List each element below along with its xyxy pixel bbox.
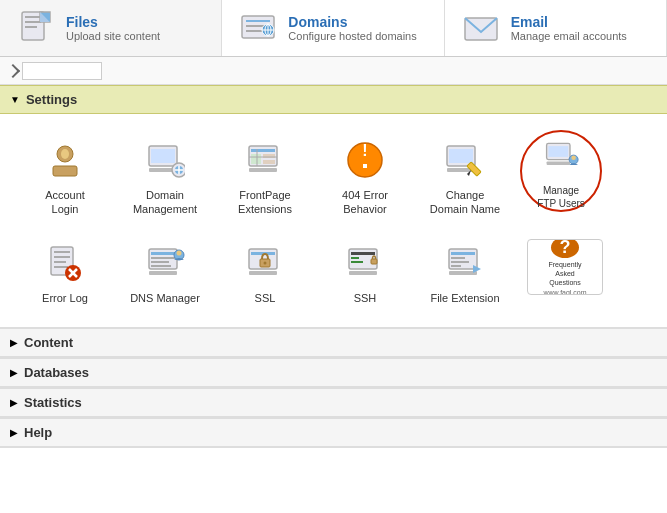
domains-subtitle: Configure hosted domains xyxy=(288,30,416,42)
svg-rect-43 xyxy=(548,146,568,157)
error-log-icon xyxy=(41,239,89,287)
settings-header[interactable]: ▼ Settings xyxy=(0,85,667,114)
databases-header[interactable]: ▶ Databases xyxy=(0,358,667,387)
ssl-label: SSL xyxy=(255,291,276,305)
manage-ftp-users-label: ManageFTP Users xyxy=(537,184,585,210)
svg-rect-60 xyxy=(149,271,177,275)
change-domain-name-icon xyxy=(441,136,489,184)
frontpage-extensions-icon xyxy=(241,136,289,184)
grid-item-file-extension[interactable]: File Extension xyxy=(420,233,510,311)
svg-point-62 xyxy=(177,250,182,255)
content-toggle-arrow: ▶ xyxy=(10,337,18,348)
grid-item-manage-ftp-users[interactable]: ManageFTP Users xyxy=(520,130,602,212)
file-extension-label: File Extension xyxy=(430,291,499,305)
svg-rect-79 xyxy=(449,271,477,275)
404-error-label: 404 ErrorBehavior xyxy=(342,188,388,217)
svg-rect-10 xyxy=(246,30,264,32)
content-section: ▶ Content xyxy=(0,328,667,358)
grid-item-domain-management[interactable]: DomainManagement xyxy=(120,130,210,223)
svg-rect-58 xyxy=(151,261,169,263)
grid-item-error-log[interactable]: Error Log xyxy=(20,233,110,311)
manage-ftp-users-icon xyxy=(537,132,585,180)
grid-item-ssh[interactable]: SSH xyxy=(320,233,410,311)
svg-rect-56 xyxy=(151,252,175,255)
svg-point-67 xyxy=(264,261,267,264)
svg-rect-71 xyxy=(351,261,363,263)
nav-item-files[interactable]: Files Upload site content xyxy=(0,0,222,56)
svg-rect-31 xyxy=(249,168,277,172)
ssl-icon xyxy=(241,239,289,287)
email-icon xyxy=(461,8,501,48)
help-header[interactable]: ▶ Help xyxy=(0,418,667,447)
svg-rect-30 xyxy=(263,160,275,164)
svg-rect-59 xyxy=(151,265,171,267)
nav-item-domains[interactable]: Domains Configure hosted domains xyxy=(222,0,444,56)
svg-rect-28 xyxy=(251,154,261,164)
settings-toggle-arrow: ▼ xyxy=(10,94,20,105)
svg-rect-2 xyxy=(25,21,41,23)
svg-rect-36 xyxy=(363,164,367,168)
scroll-strip xyxy=(0,57,667,85)
statistics-title: Statistics xyxy=(24,395,82,410)
svg-rect-49 xyxy=(54,256,70,258)
statistics-header[interactable]: ▶ Statistics xyxy=(0,388,667,417)
files-title: Files xyxy=(66,14,160,30)
settings-title: Settings xyxy=(26,92,77,107)
grid-item-ssl[interactable]: SSL xyxy=(220,233,310,311)
svg-rect-27 xyxy=(251,149,275,152)
ssh-label: SSH xyxy=(354,291,377,305)
svg-rect-44 xyxy=(547,161,570,165)
statistics-section: ▶ Statistics xyxy=(0,388,667,418)
content-header[interactable]: ▶ Content xyxy=(0,328,667,357)
svg-rect-76 xyxy=(451,257,465,259)
email-title: Email xyxy=(511,14,627,30)
svg-rect-65 xyxy=(249,271,277,275)
svg-rect-8 xyxy=(246,20,270,22)
svg-rect-73 xyxy=(371,259,377,264)
svg-rect-57 xyxy=(151,257,175,259)
svg-rect-69 xyxy=(351,252,375,255)
databases-title: Databases xyxy=(24,365,89,380)
files-nav-text: Files Upload site content xyxy=(66,14,160,42)
grid-item-change-domain-name[interactable]: ChangeDomain Name xyxy=(420,130,510,223)
grid-item-404-error[interactable]: ! 404 ErrorBehavior xyxy=(320,130,410,223)
email-subtitle: Manage email accounts xyxy=(511,30,627,42)
account-login-label: AccountLogin xyxy=(45,188,85,217)
help-toggle-arrow: ▶ xyxy=(10,427,18,438)
domain-management-icon xyxy=(141,136,189,184)
settings-section: ▼ Settings AccountLogin xyxy=(0,85,667,328)
ssh-icon xyxy=(341,239,389,287)
help-title: Help xyxy=(24,425,52,440)
svg-text:!: ! xyxy=(362,142,367,159)
search-input[interactable] xyxy=(22,62,102,80)
grid-item-frontpage-extensions[interactable]: FrontPageExtensions xyxy=(220,130,310,223)
svg-rect-50 xyxy=(54,261,66,263)
files-icon xyxy=(16,8,56,48)
top-nav: Files Upload site content Domains Config… xyxy=(0,0,667,57)
dns-manager-label: DNS Manager xyxy=(130,291,200,305)
email-nav-text: Email Manage email accounts xyxy=(511,14,627,42)
frontpage-extensions-label: FrontPageExtensions xyxy=(238,188,292,217)
dns-manager-icon xyxy=(141,239,189,287)
grid-item-account-login[interactable]: AccountLogin xyxy=(20,130,110,223)
content-title: Content xyxy=(24,335,73,350)
faq-box: ? FrequentlyAskedQuestions www.faql.com xyxy=(527,239,603,295)
grid-item-dns-manager[interactable]: DNS Manager xyxy=(120,233,210,311)
databases-section: ▶ Databases xyxy=(0,358,667,388)
file-extension-icon xyxy=(441,239,489,287)
domains-icon xyxy=(238,8,278,48)
svg-rect-38 xyxy=(449,149,473,163)
grid-item-faq[interactable]: ? FrequentlyAskedQuestions www.faql.com xyxy=(520,233,610,311)
domain-management-label: DomainManagement xyxy=(133,188,197,217)
nav-item-email[interactable]: Email Manage email accounts xyxy=(445,0,667,56)
svg-point-46 xyxy=(571,156,576,161)
svg-rect-48 xyxy=(54,251,70,253)
svg-rect-3 xyxy=(25,26,37,28)
domains-title: Domains xyxy=(288,14,416,30)
change-domain-name-label: ChangeDomain Name xyxy=(430,188,500,217)
svg-rect-1 xyxy=(25,16,41,18)
scroll-right-arrow[interactable] xyxy=(6,63,20,77)
databases-toggle-arrow: ▶ xyxy=(10,367,18,378)
svg-rect-72 xyxy=(349,271,377,275)
svg-rect-51 xyxy=(54,266,68,268)
